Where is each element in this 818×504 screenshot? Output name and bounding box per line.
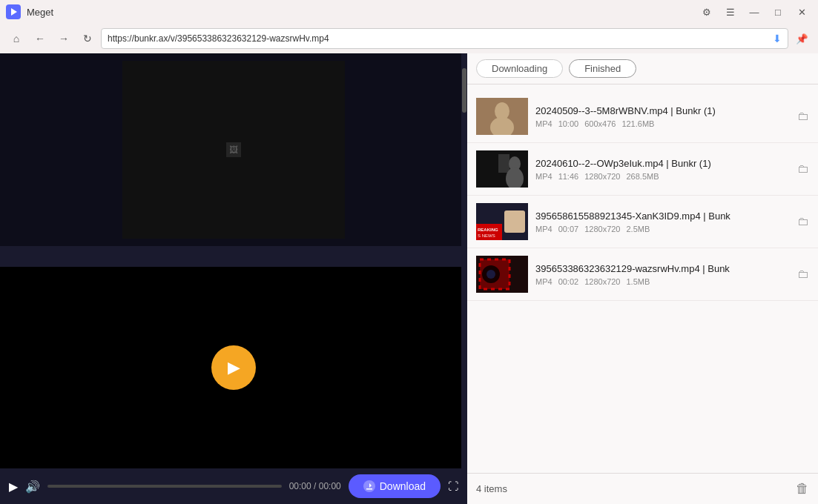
svg-text:S NEWS: S NEWS	[478, 233, 495, 238]
resolution: 1280x720	[584, 277, 620, 286]
size: 1.5MB	[626, 277, 650, 286]
video-player-main: ▶	[0, 267, 467, 468]
resolution: 1280x720	[584, 225, 620, 233]
size: 2.5MB	[626, 225, 650, 233]
format: MP4	[535, 225, 553, 233]
folder-icon[interactable]: 🗀	[797, 110, 809, 123]
browser-panel: 🖼 ▶ ▶ 🔊 00:00 / 00:00	[0, 53, 467, 504]
settings-button[interactable]: ⚙	[696, 4, 717, 20]
download-title: 20240509--3--5M8rWBNV.mp4 | Bunkr (1)	[535, 105, 790, 116]
download-thumbnail: REAKING S NEWS	[476, 203, 528, 240]
downloads-list: 20240509--3--5M8rWBNV.mp4 | Bunkr (1) MP…	[467, 84, 818, 473]
size: 268.5MB	[626, 172, 659, 181]
progress-bar[interactable]	[47, 485, 282, 488]
duration: 10:00	[558, 119, 579, 128]
svg-text:REAKING: REAKING	[478, 228, 498, 232]
format: MP4	[535, 172, 553, 181]
download-meta: MP4 11:46 1280x720 268.5MB	[535, 172, 790, 181]
back-button[interactable]: ←	[30, 28, 50, 49]
folder-icon[interactable]: 🗀	[797, 162, 809, 176]
svg-point-23	[486, 270, 495, 279]
trash-button[interactable]: 🗑	[796, 481, 809, 497]
download-meta: MP4 00:02 1280x720 1.5MB	[535, 277, 790, 286]
app-title: Meget	[27, 7, 696, 18]
refresh-button[interactable]: ↻	[77, 28, 98, 49]
download-info: 20240610--2--OWp3eIuk.mp4 | Bunkr (1) MP…	[535, 158, 790, 181]
thumb-image	[476, 256, 528, 293]
browser-content: 🖼	[0, 53, 467, 267]
video-preview-area: 🖼	[0, 53, 467, 246]
download-info: 395658615588921345-XanK3ID9.mp4 | Bunk M…	[535, 210, 790, 233]
download-thumbnail	[476, 150, 528, 188]
forward-button[interactable]: →	[53, 28, 74, 49]
maximize-button[interactable]: □	[768, 4, 788, 20]
download-title: 395653386323632129-wazsrwHv.mp4 | Bunk	[535, 263, 790, 274]
format: MP4	[535, 119, 553, 128]
svg-rect-6	[366, 488, 372, 490]
list-item[interactable]: 395653386323632129-wazsrwHv.mp4 | Bunk M…	[467, 248, 818, 301]
svg-rect-11	[498, 154, 509, 173]
volume-button[interactable]: 🔊	[25, 480, 40, 494]
duration: 00:07	[558, 225, 579, 233]
play-pause-button[interactable]: ▶	[9, 480, 18, 494]
downloads-panel: Downloading Finished 20240509--3--5M8rWB…	[467, 53, 818, 504]
svg-rect-18	[504, 210, 525, 233]
video-preview-image: 🖼	[122, 61, 345, 239]
resolution: 600x476	[584, 119, 616, 128]
menu-button[interactable]: ☰	[720, 4, 741, 20]
home-button[interactable]: ⌂	[6, 28, 27, 49]
tab-downloading[interactable]: Downloading	[476, 59, 563, 78]
download-thumbnail	[476, 98, 528, 135]
folder-icon[interactable]: 🗀	[797, 215, 809, 228]
download-title: 395658615588921345-XanK3ID9.mp4 | Bunk	[535, 210, 790, 222]
download-info: 20240509--3--5M8rWBNV.mp4 | Bunkr (1) MP…	[535, 105, 790, 128]
svg-text:🖼: 🖼	[229, 145, 238, 155]
download-thumbnail	[476, 256, 528, 293]
duration: 00:02	[558, 277, 579, 286]
tab-finished[interactable]: Finished	[569, 59, 636, 78]
download-title: 20240610--2--OWp3eIuk.mp4 | Bunkr (1)	[535, 158, 790, 169]
navbar: ⌂ ← → ↻ https://bunkr.ax/v/3956533863236…	[0, 24, 818, 53]
download-button[interactable]: Download	[349, 474, 441, 498]
titlebar: Meget ⚙ ☰ — □ ✕	[0, 0, 818, 24]
url-text: https://bunkr.ax/v/395653386323632129-wa…	[108, 33, 773, 44]
folder-icon[interactable]: 🗀	[797, 268, 809, 281]
time-display: 00:00 / 00:00	[289, 481, 341, 491]
list-item[interactable]: REAKING S NEWS 395658615588921345-XanK3I…	[467, 196, 818, 248]
downloads-footer: 4 items 🗑	[467, 473, 818, 504]
scroll-bar[interactable]	[461, 53, 467, 504]
pin-button[interactable]: 📌	[791, 28, 812, 49]
size: 121.6MB	[621, 119, 654, 128]
app-logo	[6, 4, 21, 19]
format: MP4	[535, 277, 553, 286]
url-bar[interactable]: https://bunkr.ax/v/395653386323632129-wa…	[101, 28, 788, 49]
video-controls: ▶ 🔊 00:00 / 00:00 Download ⛶	[0, 468, 467, 504]
window-controls: ⚙ ☰ — □ ✕	[696, 4, 812, 20]
download-icon	[363, 480, 375, 492]
thumb-image: REAKING S NEWS	[476, 203, 528, 240]
thumb-image	[476, 150, 528, 188]
video-player: ▶ ▶ 🔊 00:00 / 00:00 Dow	[0, 267, 467, 504]
download-meta: MP4 10:00 600x476 121.6MB	[535, 119, 790, 128]
scroll-thumb[interactable]	[462, 68, 466, 113]
play-button-large[interactable]: ▶	[211, 345, 256, 390]
resolution: 1280x720	[584, 172, 620, 181]
downloads-tabs: Downloading Finished	[467, 53, 818, 84]
fullscreen-button[interactable]: ⛶	[448, 480, 458, 492]
minimize-button[interactable]: —	[744, 4, 765, 20]
thumb-image	[476, 98, 528, 135]
main-content: 🖼 ▶ ▶ 🔊 00:00 / 00:00	[0, 53, 818, 504]
download-info: 395653386323632129-wazsrwHv.mp4 | Bunk M…	[535, 263, 790, 286]
list-item[interactable]: 20240610--2--OWp3eIuk.mp4 | Bunkr (1) MP…	[467, 143, 818, 196]
download-meta: MP4 00:07 1280x720 2.5MB	[535, 225, 790, 233]
url-download-icon: ⬇	[773, 33, 782, 44]
close-button[interactable]: ✕	[791, 4, 812, 20]
items-count: 4 items	[476, 483, 507, 494]
list-item[interactable]: 20240509--3--5M8rWBNV.mp4 | Bunkr (1) MP…	[467, 90, 818, 143]
duration: 11:46	[558, 172, 579, 181]
